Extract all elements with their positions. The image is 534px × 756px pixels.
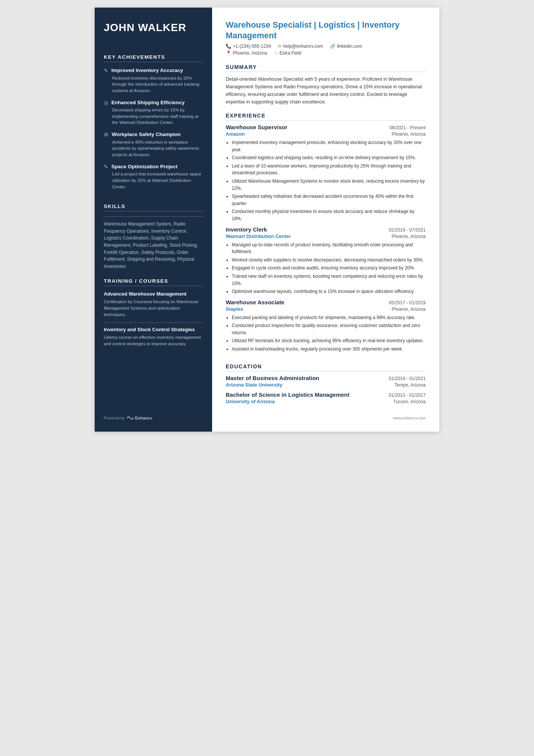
achievements-list: ✎ Improved Inventory Accuracy Reduced in… [104,67,203,195]
job-date: 08/2021 - Present [390,125,426,130]
job-bullets: Implemented inventory management protoco… [226,139,426,222]
job-bullets: Managed up-to-date records of product in… [226,241,426,295]
contact-extra: ☆ Extra Field [274,50,301,56]
edu-date: 01/2019 - 01/2021 [389,376,426,381]
achievement-desc: Reduced inventory discrepancies by 20% t… [104,75,203,94]
company-name: Amazon [226,131,245,137]
education-title: EDUCATION [226,363,426,371]
bullet-item: Implemented inventory management protoco… [232,139,426,153]
bullet-item: Assisted in load/unloading trucks, regul… [232,346,426,353]
extra-icon: ☆ [274,50,278,56]
bullet-item: Trained new staff on inventory systems, … [232,273,426,287]
achievement-icon: ◎ [104,100,108,106]
achievement-desc: Decreased shipping errors by 15% by impl… [104,107,203,126]
job-location: Phoenix, Arizona [392,234,426,239]
company-name: Walmart Distribution Center [226,233,291,239]
job-title: Inventory Clerk [226,226,267,233]
course-desc: Certification by Coursera focusing on Wa… [104,299,203,318]
job-title: Warehouse Supervisor [226,124,287,130]
courses-list: Advanced Warehouse Management Certificat… [104,291,203,352]
bullet-item: Led a team of 10 warehouse workers, impr… [232,163,426,177]
summary-title: SUMMARY [226,64,426,72]
experience-item: Warehouse Associate 05/2017 - 01/2019 St… [226,299,426,353]
experience-item: Inventory Clerk 02/2019 - 07/2021 Walmar… [226,226,426,295]
contact-location: 📍 Phoenix, Arizona [226,50,267,56]
enhancv-logo: Enhancv [127,416,152,420]
education-item: Master of Business Administration 01/201… [226,375,426,388]
bullet-item: Executed packing and labeling of product… [232,314,426,321]
email-text: help@enhancv.com [283,44,323,49]
education-list: Master of Business Administration 01/201… [226,375,426,408]
achievement-title: Enhanced Shipping Efficiency [111,99,185,106]
job-location: Phoenix, Arizona [392,131,426,137]
contact-row: 📞 +1-(234)-555-1234 ✉ help@enhancv.com 🔗… [226,44,426,49]
sidebar: JOHN WALKER KEY ACHIEVEMENTS ✎ Improved … [95,8,212,432]
job-date: 05/2017 - 01/2019 [389,300,426,305]
location-icon: 📍 [226,50,231,56]
footer-url: www.enhancv.com [226,408,426,420]
achievement-item: ✎ Space Optimization Project Led a proje… [104,163,203,190]
achievement-icon: ✎ [104,164,108,170]
linkedin-text: linkedin.com [337,44,362,49]
edu-location: Tucson, Arizona [393,399,426,404]
main-header: Warehouse Specialist | Logistics | Inven… [226,20,426,57]
contact-linkedin: 🔗 linkedin.com [330,44,362,49]
achievement-icon: ✎ [104,67,108,74]
achievements-section-title: KEY ACHIEVEMENTS [104,54,203,62]
course-item: Inventory and Stock Control Strategies U… [104,327,203,347]
bullet-item: Spearheaded safety initiatives that decr… [232,193,426,207]
summary-text: Detail-oriented Warehouse Specialist wit… [226,75,426,106]
experience-title: EXPERIENCE [226,113,426,121]
extra-text: Extra Field [279,50,301,56]
bullet-item: Utilized RF terminals for stock tracking… [232,337,426,344]
contact-email: ✉ help@enhancv.com [278,44,323,49]
header-title: Warehouse Specialist | Logistics | Inven… [226,20,426,41]
degree-title: Bachelor of Science in Logistics Managem… [226,391,350,398]
course-desc: Udemy course on effective inventory mana… [104,334,203,347]
achievement-icon: ⚙ [104,131,109,138]
job-location: Phoenix, Arizona [392,307,426,312]
achievement-desc: Achieved a 40% reduction in workplace ac… [104,139,203,158]
contact-row-2: 📍 Phoenix, Arizona ☆ Extra Field [226,50,426,56]
skills-section-title: SKILLS [104,203,203,211]
contact-phone: 📞 +1-(234)-555-1234 [226,44,271,49]
company-name: Staples [226,306,243,312]
course-title: Advanced Warehouse Management [104,291,203,297]
job-bullets: Executed packing and labeling of product… [226,314,426,353]
linkedin-icon: 🔗 [330,44,336,49]
bullet-item: Engaged in cycle counts and routine audi… [232,265,426,272]
achievement-item: ✎ Improved Inventory Accuracy Reduced in… [104,67,203,94]
job-title: Warehouse Associate [226,299,284,305]
bullet-item: Utilized Warehouse Management Systems to… [232,178,426,192]
phone-text: +1-(234)-555-1234 [233,44,271,49]
candidate-name: JOHN WALKER [104,21,203,34]
training-section-title: TRAINING / COURSES [104,278,203,286]
email-icon: ✉ [278,44,281,49]
skills-text: Warehouse Management System, Radio Frequ… [104,216,203,270]
powered-by: Powered by Enhancv [104,407,203,420]
achievement-item: ⚙ Workplace Safety Champion Achieved a 4… [104,131,203,158]
job-date: 02/2019 - 07/2021 [389,227,426,233]
phone-icon: 📞 [226,44,231,49]
education-item: Bachelor of Science in Logistics Managem… [226,391,426,404]
bullet-item: Coordinated logistics and shipping tasks… [232,154,426,161]
bullet-item: Managed up-to-date records of product in… [232,241,426,255]
achievement-title: Workplace Safety Champion [112,131,181,138]
achievement-title: Improved Inventory Accuracy [111,67,183,74]
header-title-text: Warehouse Specialist | Logistics | Inven… [226,20,400,40]
bullet-item: Worked closely with suppliers to resolve… [232,257,426,264]
achievement-desc: Led a project that increased warehouse s… [104,171,203,190]
achievement-item: ◎ Enhanced Shipping Efficiency Decreased… [104,99,203,126]
course-item: Advanced Warehouse Management Certificat… [104,291,203,318]
experience-list: Warehouse Supervisor 08/2021 - Present A… [226,124,426,357]
main-content: Warehouse Specialist | Logistics | Inven… [212,8,439,432]
degree-title: Master of Business Administration [226,375,319,381]
course-title: Inventory and Stock Control Strategies [104,327,203,333]
experience-item: Warehouse Supervisor 08/2021 - Present A… [226,124,426,222]
bullet-item: Conducted product inspections for qualit… [232,322,426,336]
bullet-item: Optimized warehouse layouts, contributin… [232,288,426,295]
achievement-title: Space Optimization Project [111,163,178,170]
location-text: Phoenix, Arizona [233,50,267,56]
school-name: University of Arizona [226,399,275,404]
school-name: Arizona State University [226,382,283,388]
